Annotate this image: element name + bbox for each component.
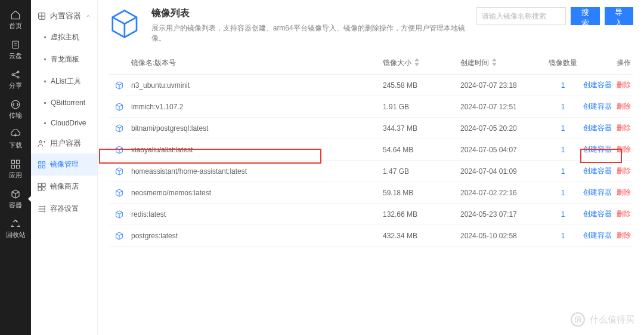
sidebar-section-user[interactable]: 用户容器 <box>31 133 97 153</box>
nav-container[interactable]: 容器 <box>0 184 31 214</box>
image-count[interactable]: 1 <box>544 81 582 90</box>
col-header-count: 镜像数量 <box>544 58 582 68</box>
cube-icon <box>114 124 124 133</box>
image-size: 59.18 MB <box>383 189 460 197</box>
image-count[interactable]: 1 <box>544 124 582 133</box>
image-name[interactable]: homeassistant/home-assistant:latest <box>109 167 383 176</box>
svg-rect-6 <box>17 160 20 163</box>
col-header-name[interactable]: 镜像名:版本号 <box>109 58 383 68</box>
image-count[interactable]: 1 <box>544 167 582 176</box>
table-row: n3_ubuntu:uvminit245.58 MB2024-07-07 23:… <box>109 75 633 96</box>
sidebar-item-2[interactable]: AList工具 <box>31 70 97 93</box>
nav-share[interactable]: 分享 <box>0 64 31 94</box>
image-count[interactable]: 1 <box>544 189 582 197</box>
sidebar-item-1[interactable]: 青龙面板 <box>31 48 97 70</box>
image-time: 2024-05-23 07:17 <box>460 210 544 219</box>
svg-point-10 <box>39 140 42 143</box>
create-container-link[interactable]: 创建容器 <box>583 167 612 175</box>
image-size: 1.91 GB <box>383 103 460 111</box>
nav-recycle[interactable]: 回收站 <box>0 214 31 244</box>
table-row: homeassistant/home-assistant:latest1.47 … <box>109 161 633 182</box>
svg-rect-14 <box>42 165 45 168</box>
dark-sidebar: 首页云盘分享传输下载应用容器回收站 <box>0 0 31 335</box>
create-container-link[interactable]: 创建容器 <box>583 145 612 153</box>
delete-link[interactable]: 删除 <box>617 145 631 153</box>
col-header-time[interactable]: 创建时间 <box>460 58 544 68</box>
svg-rect-12 <box>42 161 45 164</box>
image-count[interactable]: 1 <box>544 146 582 154</box>
image-time: 2024-07-05 20:20 <box>460 124 544 133</box>
nav-cloud[interactable]: 云盘 <box>0 35 31 64</box>
sort-icon <box>491 59 497 67</box>
table-row: bitnami/postgresql:latest344.37 MB2024-0… <box>109 118 633 139</box>
svg-point-21 <box>44 211 45 212</box>
row-ops: 创建容器删除 <box>582 102 633 112</box>
image-size: 344.37 MB <box>383 124 460 133</box>
cube-icon <box>114 81 124 90</box>
search-input[interactable] <box>476 7 566 25</box>
delete-link[interactable]: 删除 <box>617 102 631 110</box>
create-container-link[interactable]: 创建容器 <box>583 231 612 239</box>
svg-rect-15 <box>38 183 41 186</box>
create-container-link[interactable]: 创建容器 <box>583 81 612 89</box>
delete-link[interactable]: 删除 <box>617 231 631 239</box>
svg-point-3 <box>17 76 19 78</box>
row-ops: 创建容器删除 <box>582 80 633 90</box>
table-row: neosmemo/memos:latest59.18 MB2024-07-02 … <box>109 182 633 204</box>
search-button[interactable]: 搜索 <box>571 7 599 25</box>
sidebar-image-manage[interactable]: 镜像管理 <box>31 153 97 176</box>
image-name[interactable]: bitnami/postgresql:latest <box>109 124 383 133</box>
svg-rect-17 <box>38 187 41 190</box>
delete-link[interactable]: 删除 <box>617 81 631 89</box>
sidebar-item-0[interactable]: 虚拟主机 <box>31 26 97 48</box>
nav-home[interactable]: 首页 <box>0 5 31 35</box>
cube-icon <box>114 102 124 112</box>
sidebar-item-3[interactable]: QBittorrent <box>31 93 97 113</box>
sidebar-item-4[interactable]: CloudDrive <box>31 113 97 133</box>
image-time: 2024-07-07 12:51 <box>460 103 544 111</box>
nav-apps[interactable]: 应用 <box>0 154 31 184</box>
image-time: 2024-07-05 04:07 <box>460 146 544 154</box>
nav-transfer[interactable]: 传输 <box>0 94 31 124</box>
col-header-op: 操作 <box>582 58 633 68</box>
cube-icon <box>114 188 124 198</box>
create-container-link[interactable]: 创建容器 <box>583 102 612 110</box>
image-name[interactable]: xiaoyaliu/alist:latest <box>109 146 383 154</box>
image-name[interactable]: neosmemo/memos:latest <box>109 189 383 197</box>
watermark: 值 什么值得买 <box>571 312 634 327</box>
sidebar-image-store[interactable]: 镜像商店 <box>31 176 97 198</box>
create-container-link[interactable]: 创建容器 <box>583 210 612 218</box>
col-header-size[interactable]: 镜像大小 <box>383 58 460 68</box>
svg-point-19 <box>44 206 45 207</box>
svg-point-18 <box>42 187 45 190</box>
cube-icon <box>114 231 124 241</box>
image-count[interactable]: 1 <box>544 232 582 240</box>
import-button[interactable]: 导入 <box>605 7 633 25</box>
create-container-link[interactable]: 创建容器 <box>583 188 612 196</box>
image-name[interactable]: immich:v1.107.2 <box>109 103 383 111</box>
image-name[interactable]: redis:latest <box>109 210 383 219</box>
page-subtitle: 展示用户的镜像列表，支持容器创建、arm64平台镜像导入、镜像的删除操作，方便用… <box>151 23 466 44</box>
delete-link[interactable]: 删除 <box>617 188 631 196</box>
svg-rect-16 <box>42 183 45 186</box>
image-count[interactable]: 1 <box>544 103 582 111</box>
image-count[interactable]: 1 <box>544 210 582 219</box>
delete-link[interactable]: 删除 <box>617 167 631 175</box>
cube-icon <box>109 7 141 41</box>
image-name[interactable]: postgres:latest <box>109 232 383 240</box>
nav-download[interactable]: 下载 <box>0 124 31 154</box>
image-size: 54.64 MB <box>383 146 460 154</box>
row-ops: 创建容器删除 <box>582 145 633 155</box>
delete-link[interactable]: 删除 <box>617 124 631 132</box>
sidebar-container-settings[interactable]: 容器设置 <box>31 198 97 220</box>
row-ops: 创建容器删除 <box>582 166 633 176</box>
image-size: 245.58 MB <box>383 81 460 90</box>
create-container-link[interactable]: 创建容器 <box>583 124 612 132</box>
svg-point-1 <box>12 73 14 75</box>
sidebar-section-builtin[interactable]: 内置容器 <box>31 6 97 26</box>
image-name[interactable]: n3_ubuntu:uvminit <box>109 81 383 90</box>
table-row: xiaoyaliu/alist:latest54.64 MB2024-07-05… <box>109 139 633 161</box>
page-title: 镜像列表 <box>151 7 466 20</box>
delete-link[interactable]: 删除 <box>617 210 631 218</box>
cube-icon <box>114 167 124 176</box>
